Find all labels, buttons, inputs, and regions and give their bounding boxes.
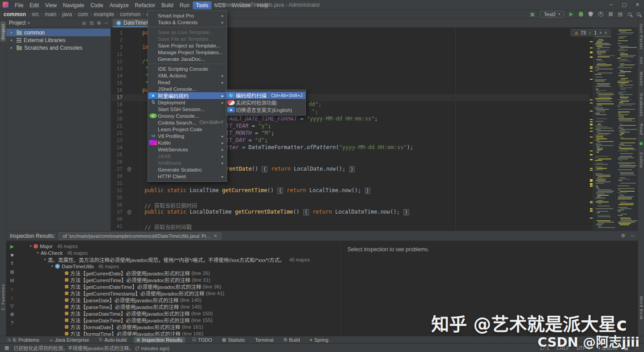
- tool-windows-toggle-icon[interactable]: ▦: [4, 345, 9, 351]
- run-configuration-selector[interactable]: Test2 ▾: [540, 11, 564, 18]
- previous-problem-icon[interactable]: ↑: [11, 286, 13, 292]
- collapse-all-icon[interactable]: ⊟: [90, 21, 93, 26]
- right-stripe-read[interactable]: Read: [639, 124, 644, 135]
- inspection-widget[interactable]: ⚠ 73 ✓ 1 ∧ ∨: [571, 29, 611, 36]
- warning-tick[interactable]: [590, 41, 593, 42]
- warning-tick[interactable]: [590, 47, 593, 48]
- build-wrench-icon[interactable]: [530, 12, 535, 17]
- settings-icon[interactable]: ⚙: [10, 312, 14, 317]
- filter-icon[interactable]: ▽: [10, 303, 14, 309]
- tools-menu-item-manage-project-templates[interactable]: Manage Project Templates...: [148, 49, 227, 56]
- violation-getcurrentdatetime[interactable]: 方法【getCurrentDateTime】必须使用javadoc形式的注释 (…: [18, 283, 341, 290]
- gear-icon[interactable]: ⚙: [97, 21, 101, 26]
- warning-tick[interactable]: [590, 52, 593, 53]
- tools-menu-item-tasks-and-contexts[interactable]: Tasks & Contexts▸: [148, 19, 227, 26]
- hide-panel-icon[interactable]: ─: [105, 21, 108, 26]
- warning-tick[interactable]: [590, 119, 593, 120]
- menu-view[interactable]: View: [42, 1, 60, 9]
- expand-arrow-icon[interactable]: ▸: [11, 38, 14, 42]
- toolwindow-build[interactable]: ⊞Build: [281, 337, 303, 343]
- find-icon[interactable]: [628, 13, 631, 16]
- toolwindow-terminal[interactable]: Terminal: [252, 337, 276, 343]
- code-line[interactable]: dd";: [309, 101, 322, 108]
- warning-tick[interactable]: [590, 150, 593, 151]
- warning-tick[interactable]: [590, 79, 593, 80]
- warning-tick[interactable]: [590, 66, 593, 67]
- left-stripe-project[interactable]: Project: [0, 21, 6, 42]
- tools-menu-item-webservices[interactable]: WebServices▸: [148, 146, 227, 153]
- coverage-button[interactable]: [589, 12, 593, 17]
- inspection-tab[interactable]: of 'src/main/java/com/example/common/uti…: [59, 232, 221, 240]
- tools-menu-item-generate-javadoc[interactable]: Generate JavaDoc...: [148, 56, 227, 62]
- left-stripe-2-favorites[interactable]: 2: Favorites: [0, 282, 6, 313]
- submenu-item-switch-language-to-english[interactable]: 切换语言至英文(English): [226, 106, 305, 113]
- right-stripe-databases[interactable]: Databases: [639, 93, 644, 116]
- tools-menu-item-xml-actions[interactable]: XML Actions▸: [148, 72, 227, 79]
- severity-major[interactable]: ▾Major45 majors: [18, 243, 341, 249]
- breadcrumb-item[interactable]: java: [62, 11, 72, 17]
- menu-file[interactable]: File: [12, 1, 26, 9]
- minimap[interactable]: [593, 28, 638, 231]
- tools-menu-item-ide-scripting-console[interactable]: IDE Scripting Console: [148, 65, 227, 72]
- menu-code[interactable]: Code: [87, 1, 106, 9]
- toolwindow-auto-build[interactable]: ↻Auto-build: [96, 337, 129, 343]
- menu-refactor[interactable]: Refactor: [132, 1, 158, 9]
- run-button[interactable]: [569, 12, 573, 17]
- tools-menu-item-read[interactable]: Read▸: [148, 79, 227, 86]
- right-stripe-ant[interactable]: Ant: [639, 57, 644, 64]
- tools-menu-item-http-client[interactable]: HTTP Client▸: [148, 173, 227, 180]
- warning-tick[interactable]: [590, 103, 593, 103]
- tools-menu-item-deployment[interactable]: Deployment▸: [148, 99, 227, 106]
- toolwindow-java-enterprise[interactable]: ☕Java Enterprise: [47, 337, 92, 343]
- menu-run[interactable]: Run: [177, 1, 193, 9]
- gutter-annotation-icon[interactable]: @: [127, 166, 131, 173]
- violation-formattime[interactable]: 方法【formatTime】必须使用javadoc形式的注释 (line 166…: [18, 330, 341, 336]
- chevron-down-icon[interactable]: ▾: [28, 21, 30, 25]
- gear-icon[interactable]: ⚙: [621, 233, 625, 239]
- warning-tick[interactable]: [590, 52, 593, 52]
- warning-tick[interactable]: [590, 201, 593, 202]
- menu-navigate[interactable]: Navigate: [60, 1, 87, 9]
- toolwindow-statistic[interactable]: ▦Statistic: [219, 337, 248, 343]
- collapse-all-icon[interactable]: ⊟: [10, 278, 14, 283]
- warning-tick[interactable]: [590, 170, 593, 171]
- tools-menu-item-v8-profiling[interactable]: V8 Profiling▸: [148, 133, 227, 139]
- toolwindow-spring[interactable]: ●Spring: [307, 337, 331, 343]
- warning-tick[interactable]: [590, 137, 593, 137]
- right-stripe-word-book[interactable]: Word Book: [639, 296, 644, 320]
- toolwindow-todo[interactable]: ☑TODO: [190, 337, 215, 343]
- code-line[interactable]: ";: [312, 108, 318, 116]
- violation-getcurrenttimestamp[interactable]: 方法【getCurrentTimestamp】必须使用javadoc形式的注释 …: [18, 290, 341, 296]
- tools-menu-item-codota-search[interactable]: Codota Search...Ctrl+Shift+Y: [148, 119, 227, 126]
- warning-tick[interactable]: [590, 210, 593, 210]
- code-line[interactable]: IT_YEAR = "y";: [226, 123, 271, 130]
- export-icon[interactable]: ⇑: [10, 261, 14, 266]
- code-line[interactable]: IT_DAY = "d";: [226, 137, 268, 144]
- breadcrumb-item[interactable]: src: [32, 11, 39, 17]
- toolwindow-inspection-results[interactable]: ◉Inspection Results: [134, 337, 185, 343]
- code-line[interactable]: public static LocalDateTime getCurrentDa…: [144, 209, 410, 216]
- warning-tick[interactable]: [590, 131, 593, 132]
- layout-icon[interactable]: ▤: [618, 12, 623, 17]
- warning-tick[interactable]: [590, 154, 593, 155]
- violation-getcurrentdate[interactable]: 方法【getCurrentDate】必须使用javadoc形式的注释 (line…: [18, 270, 341, 276]
- tools-menu-item-alibaba-coding-guidelines[interactable]: 阿里编码规约▸: [148, 92, 227, 99]
- search-everywhere-icon[interactable]: [637, 13, 640, 16]
- warning-tick[interactable]: [590, 99, 593, 100]
- project-panel-title[interactable]: Project: [9, 20, 25, 26]
- tools-menu-item-save-project-as-template[interactable]: Save Project as Template...: [148, 42, 227, 49]
- help-icon[interactable]: ?: [11, 320, 13, 326]
- tools-menu-item-learn-project-code[interactable]: Learn Project Code: [148, 126, 227, 133]
- warning-tick[interactable]: [590, 124, 593, 124]
- menu-analyze[interactable]: Analyze: [106, 1, 132, 9]
- right-stripe-maven[interactable]: Maven: [639, 72, 644, 86]
- tools-menu-item-kotlin[interactable]: Kotlin▸: [148, 139, 227, 146]
- warning-tick[interactable]: [590, 202, 593, 203]
- code-line[interactable]: tter = DateTimeFormatter.ofPattern("yyyy…: [226, 144, 413, 151]
- warning-tick[interactable]: [590, 111, 593, 112]
- gutter-annotation-icon[interactable]: @: [127, 209, 131, 216]
- right-stripe-json-parser[interactable]: Json Parser: [639, 23, 644, 50]
- warning-tick[interactable]: [590, 159, 593, 160]
- warning-tick[interactable]: [590, 68, 593, 69]
- menu-tools[interactable]: Tools: [193, 1, 212, 9]
